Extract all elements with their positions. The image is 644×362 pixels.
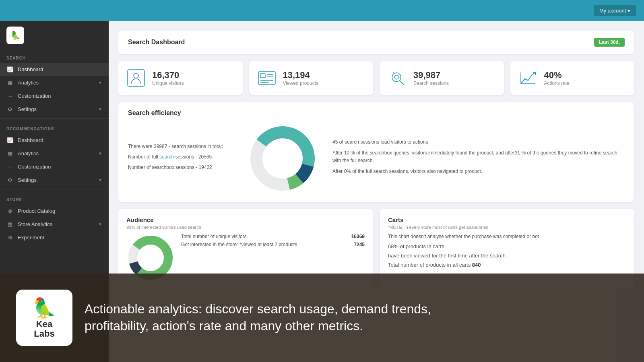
swap-icon: ↔: [6, 93, 14, 99]
sidebar-label: Experiment: [18, 234, 44, 241]
sidebar-item-search-customization[interactable]: ↔ Customization: [0, 89, 109, 103]
chevron-down-icon: ▼: [98, 222, 102, 226]
svg-line-9: [400, 81, 404, 85]
efficiency-left: There were 39987 - search sessions in to…: [128, 143, 233, 174]
search-sessions-label: Search sessions: [413, 80, 449, 86]
stat-card-search-sessions: 39,987 Search sessions: [380, 61, 504, 95]
sidebar-item-rec-analytics[interactable]: ▦ Analytics ▼: [0, 147, 109, 160]
svg-point-10: [394, 75, 398, 79]
sidebar-item-rec-customization[interactable]: ↔ Customization: [0, 160, 109, 173]
sidebar-label: Analytics: [18, 150, 39, 156]
overlay-logo: 🦜 KeaLabs: [16, 290, 72, 346]
search-sessions-value: 39,987: [413, 70, 449, 80]
svg-point-22: [138, 246, 163, 270]
sidebar-logo: 🦜: [0, 21, 109, 50]
carts-metric2: have been viewed for the first time afte…: [388, 253, 626, 259]
stat-card-unique-visitors: 16,370 Unique visitors: [118, 61, 243, 95]
sidebar-label: Product Catalog: [18, 208, 55, 214]
audience-subtitle: 90% of interested visitors used search: [126, 225, 365, 230]
gear-icon: ⚙: [6, 106, 14, 112]
logo-icon: 🦜: [6, 27, 24, 44]
audience-stat-label-2: Got interested in the store: *viewed at …: [181, 242, 354, 247]
overlay-logo-icon: 🦜: [32, 297, 56, 319]
efficiency-title: Search efficiency: [128, 109, 625, 117]
audience-title: Audience: [126, 216, 365, 223]
sidebar-item-rec-dashboard[interactable]: 📈 Dashboard: [0, 134, 109, 147]
my-account-button[interactable]: My account ▾: [594, 5, 636, 16]
sidebar-item-search-analytics[interactable]: ▦ Analytics ▼: [0, 76, 109, 89]
sidebar-item-search-dashboard[interactable]: 📈 Dashboard: [0, 63, 109, 76]
chart-icon: [518, 68, 538, 88]
svg-point-1: [134, 73, 138, 78]
efficiency-line2: Number of full search sessions - 20565: [128, 153, 233, 160]
efficiency-donut-chart: [242, 122, 323, 195]
sidebar-label: Settings: [18, 106, 37, 112]
search-efficiency-card: Search efficiency There were 39987 - sea…: [118, 102, 634, 202]
audience-stat-label-1: Total number of unique visitors: [181, 234, 351, 239]
stat-card-viewed-products: 13,194 Viewed products: [249, 61, 374, 95]
chevron-down-icon: ▼: [98, 80, 102, 85]
date-range-badge[interactable]: Last 30d.: [594, 38, 625, 47]
dashboard-title: Search Dashboard: [128, 39, 185, 46]
efficiency-right-line1: 45 of search sessions lead visitors to a…: [332, 138, 625, 146]
efficiency-content: There were 39987 - search sessions in to…: [128, 122, 625, 195]
sidebar-item-rec-settings[interactable]: ⚙ Settings ▼: [0, 173, 109, 187]
actions-rate-value: 40%: [544, 70, 570, 80]
audience-stat-row-2: Got interested in the store: *viewed at …: [181, 242, 365, 247]
svg-point-8: [392, 73, 401, 82]
efficiency-right-line2: After 10 % of the searchbox queries, vis…: [332, 149, 625, 165]
viewed-products-value: 13,194: [283, 70, 319, 80]
audience-stat-val-1: 16369: [351, 234, 365, 239]
grid-icon: ▦: [6, 150, 14, 156]
trending-icon: 📈: [6, 66, 14, 72]
grid-icon: ▦: [6, 221, 14, 227]
sidebar-label: Settings: [18, 177, 37, 183]
chevron-down-icon: ▼: [98, 151, 102, 156]
sidebar-item-experiment[interactable]: ⊛ Experiment: [0, 231, 109, 244]
overlay-text: Actionable analytics: discover search us…: [85, 301, 431, 334]
sidebar-label: Customization: [18, 93, 51, 99]
overlay-banner: 🦜 KeaLabs Actionable analytics: discover…: [0, 274, 644, 362]
carts-metric1: 68% of products in carts: [388, 243, 626, 249]
search-icon: [388, 68, 407, 88]
sidebar-label: Analytics: [18, 80, 39, 86]
unique-visitors-value: 16,370: [152, 70, 184, 80]
carts-desc: This chart doesn't analyse whether the p…: [388, 234, 626, 239]
recommendations-section-label: Recommendations: [0, 121, 109, 134]
overlay-logo-name: KeaLabs: [34, 319, 54, 339]
sidebar-label: Customization: [18, 164, 51, 170]
carts-metric3-value: 840: [472, 262, 481, 268]
swap-icon: ↔: [6, 164, 14, 170]
top-header: My account ▾: [0, 0, 644, 21]
sidebar-item-search-settings[interactable]: ⚙ Settings ▼: [0, 103, 109, 116]
store-section-label: Store: [0, 192, 109, 204]
experiment-icon: ⊛: [6, 234, 14, 241]
efficiency-right: 45 of search sessions lead visitors to a…: [332, 138, 625, 179]
viewed-products-label: Viewed products: [283, 80, 319, 86]
svg-point-18: [263, 139, 302, 178]
gear-icon: ⚙: [6, 177, 14, 183]
carts-title: Carts: [388, 216, 626, 223]
sidebar-item-product-catalog[interactable]: ⊛ Product Catalog: [0, 204, 109, 218]
sidebar-item-store-analytics[interactable]: ▦ Store Analytics ▼: [0, 218, 109, 231]
dashboard-header: Search Dashboard Last 30d.: [128, 38, 625, 47]
sidebar-label: Store Analytics: [18, 221, 52, 227]
link-icon: ⊛: [6, 208, 14, 214]
product-icon: [257, 68, 277, 88]
efficiency-line1: There were 39987 - search sessions in to…: [128, 143, 233, 150]
search-section-label: Search: [0, 50, 109, 63]
unique-visitors-label: Unique visitors: [152, 80, 184, 86]
person-icon: [126, 68, 146, 88]
actions-rate-label: Actions rate: [544, 80, 570, 86]
carts-metric3-row: Total number of products in all carts 84…: [388, 262, 626, 268]
audience-stat-val-2: 7245: [354, 242, 365, 247]
sidebar-label: Dashboard: [18, 137, 43, 143]
chevron-down-icon: ▼: [98, 107, 102, 111]
dashboard-header-card: Search Dashboard Last 30d.: [118, 31, 634, 54]
carts-note: *NOTE: in every store most of carts get …: [388, 225, 626, 230]
audience-stat-row-1: Total number of unique visitors 16369: [181, 234, 365, 239]
efficiency-right-line3: After 0% of the full search sessions, vi…: [332, 168, 625, 175]
stat-card-actions-rate: 40% Actions rate: [510, 61, 635, 95]
efficiency-line3: Number of searchbox sessions - 19422: [128, 164, 233, 171]
sidebar-label: Dashboard: [18, 66, 43, 72]
